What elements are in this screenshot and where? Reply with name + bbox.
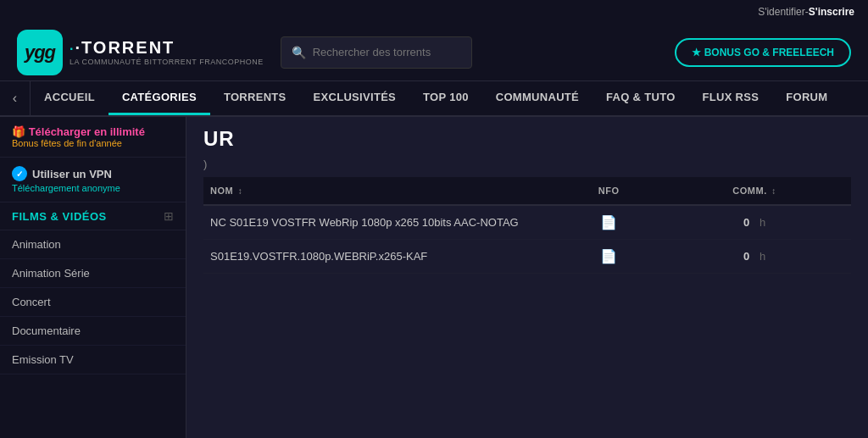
nav-item-forum[interactable]: FORUM [772,81,841,115]
vpn-title: ✓ Utiliser un VPN [12,166,174,181]
bonus-button[interactable]: ★ BONUS GO & FREELEECH [675,38,851,67]
nav-item-exclusivites[interactable]: EXCLUSIVITÉS [300,81,410,115]
nav-item-torrents[interactable]: TORRENTS [210,81,300,115]
page-title: UR [186,117,868,154]
th-nom[interactable]: NOM ↕ [203,177,559,205]
comm-cell-2: 0 h [658,240,851,274]
sub-info: ) [186,154,868,177]
logo-icon: ygg [17,30,63,75]
nfo-icon-2[interactable]: 📄 [600,249,617,263]
nav-item-accueil[interactable]: ACCUEIL [31,81,108,115]
nfo-cell-2[interactable]: 📄 [559,240,658,274]
content-area: 🎁 Télécharger en illimité Bonus fêtes de… [0,117,868,438]
logo[interactable]: ygg ··TORRENT LA COMMUNAUTÉ BITTORRENT F… [17,30,264,75]
category-item-documentaire[interactable]: Documentaire [0,317,186,346]
search-input[interactable] [313,46,461,58]
grid-icon[interactable]: ⊞ [164,209,174,223]
category-item-animation[interactable]: Animation [0,230,186,259]
nav-item-top100[interactable]: TOP 100 [409,81,482,115]
vpn-subtitle: Téléchargement anonyme [12,183,174,193]
table-header-row: NOM ↕ NFO COMM. ↕ [203,177,851,205]
nom-sort-icon: ↕ [238,186,243,196]
register-link[interactable]: S'inscrire [809,6,854,18]
th-comm[interactable]: COMM. ↕ [658,177,851,205]
torrents-table-container: NOM ↕ NFO COMM. ↕ NC S01E19 VOSTFR WebRi… [186,177,868,274]
torrent-name-1[interactable]: NC S01E19 VOSTFR WebRip 1080p x265 10bit… [203,205,559,240]
table-row: S01E19.VOSTFR.1080p.WEBRiP.x265-KAF 📄 0 … [203,240,851,274]
promo-title: 🎁 Télécharger en illimité [12,125,174,138]
section-title: FILMS & VIDÉOS [12,210,107,223]
th-nfo: NFO [559,177,658,205]
extra-1: h [760,216,765,229]
promo-subtitle: Bonus fêtes de fin d'année [12,138,174,148]
sidebar: 🎁 Télécharger en illimité Bonus fêtes de… [0,117,186,438]
nav-item-categories[interactable]: CATÉGORIES [108,81,210,115]
promo-icon: 🎁 [12,125,25,138]
torrent-name-2[interactable]: S01E19.VOSTFR.1080p.WEBRiP.x265-KAF [203,240,559,274]
category-item-animation-serie[interactable]: Animation Série [0,259,186,288]
nav-bar: ‹ ACCUEIL CATÉGORIES TORRENTS EXCLUSIVIT… [0,81,868,117]
search-icon: 🔍 [292,46,306,59]
logo-subtitle: LA COMMUNAUTÉ BITTORRENT FRANCOPHONE [70,58,264,66]
section-header: FILMS & VIDÉOS ⊞ [0,202,186,230]
top-bar: S'identifier - S'inscrire [0,0,868,24]
category-item-concert[interactable]: Concert [0,288,186,317]
category-item-emissiontv[interactable]: Emission TV [0,346,186,374]
signin-link[interactable]: S'identifier [758,6,805,18]
vpn-badge-icon: ✓ [12,166,27,181]
nfo-icon-1[interactable]: 📄 [600,215,617,230]
nav-item-faq[interactable]: FAQ & TUTO [593,81,688,115]
nav-item-fluxrss[interactable]: FLUX RSS [689,81,773,115]
nav-items: ACCUEIL CATÉGORIES TORRENTS EXCLUSIVITÉS… [31,81,841,115]
nav-item-communaute[interactable]: COMMUNAUTÉ [482,81,593,115]
table-row: NC S01E19 VOSTFR WebRip 1080p x265 10bit… [203,205,851,240]
main-panel: UR ) NOM ↕ NFO COMM. ↕ [186,117,868,438]
header: ygg ··TORRENT LA COMMUNAUTÉ BITTORRENT F… [0,24,868,81]
logo-text: ··TORRENT LA COMMUNAUTÉ BITTORRENT FRANC… [70,38,264,66]
comm-cell-1: 0 h [658,205,851,240]
extra-2: h [760,250,765,263]
torrents-table: NOM ↕ NFO COMM. ↕ NC S01E19 VOSTFR WebRi… [203,177,851,274]
search-bar[interactable]: 🔍 [281,36,472,69]
nfo-cell-1[interactable]: 📄 [559,205,658,240]
nav-toggle[interactable]: ‹ [0,80,31,116]
comm-sort-icon: ↕ [771,186,776,196]
logo-title: ··TORRENT [70,38,264,58]
promo-banner[interactable]: 🎁 Télécharger en illimité Bonus fêtes de… [0,117,186,158]
vpn-banner[interactable]: ✓ Utiliser un VPN Téléchargement anonyme [0,158,186,202]
